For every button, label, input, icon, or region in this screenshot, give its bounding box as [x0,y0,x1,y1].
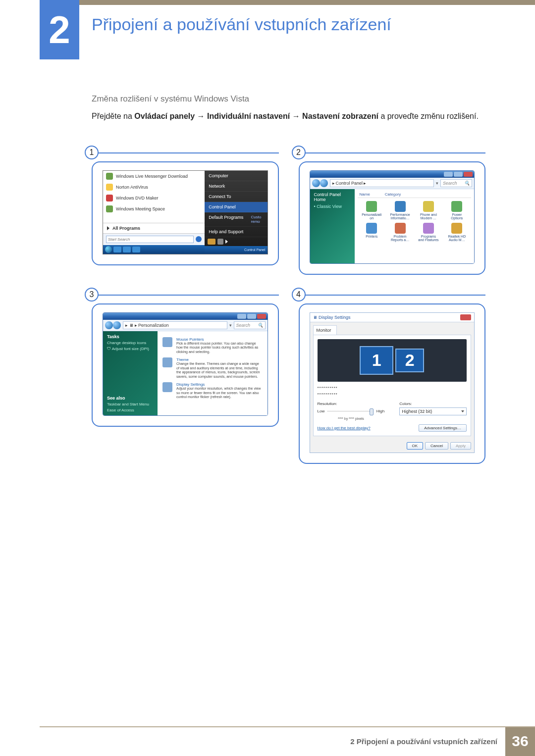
placeholder-row: ********** [318,385,467,391]
slider-thumb[interactable] [370,408,374,415]
monitor-2[interactable]: 2 [395,349,424,372]
footer-chapter-text: 2 Připojení a používání vstupních zaříze… [342,726,505,756]
personalization-entry[interactable]: Display SettingsAdjust your monitor reso… [162,382,263,400]
taskbar-button[interactable] [123,247,131,252]
back-button[interactable] [105,321,113,329]
start-right-item[interactable]: Network [205,181,267,192]
cancel-button[interactable]: Cancel [425,442,448,450]
col-category[interactable]: Category [385,192,401,197]
cp-icon [451,201,462,212]
search-box[interactable]: Search🔍 [234,321,266,329]
apply-button[interactable]: Apply [450,442,471,450]
control-panel-icon[interactable]: Problem Reports a… [387,223,413,242]
close-button[interactable] [460,314,471,320]
start-right-item[interactable]: Computer [205,171,267,181]
forward-button[interactable] [113,321,121,329]
power-icon[interactable] [208,239,215,245]
taskbar [103,245,205,254]
sidebar-home[interactable]: Control Panel Home [314,192,351,202]
start-item[interactable]: Windows DVD Maker [103,193,205,203]
control-panel-icon[interactable]: Realtek HD Audio M… [444,223,470,242]
sidebar-link[interactable]: Ease of Access [107,408,154,412]
path-control-panels: Ovládací panely [134,112,195,120]
help-link[interactable]: How do I get the best display? [318,426,371,430]
back-button[interactable] [312,179,320,187]
start-right-item[interactable]: Connect To [205,192,267,202]
start-item[interactable]: Windows Meeting Space [103,203,205,214]
colors-col: Colors: Highest (32 bit) [399,402,467,420]
label: Default Programs [209,215,243,224]
advanced-settings-button[interactable]: Advanced Settings… [419,424,467,432]
resolution-row: Resolution: Low High **** by **** pixels [318,402,467,420]
close-button[interactable] [464,172,473,177]
control-panel-sidebar: Control Panel Home • Classic View [310,189,355,263]
close-button[interactable] [257,314,266,319]
tasks-heading: Tasks [107,334,154,339]
resolution-col: Resolution: Low High **** by **** pixels [318,402,385,420]
taskbar-label: Control Panel [244,248,265,252]
search-box[interactable]: Search🔍 [440,179,472,187]
control-panel-icon[interactable]: Programs and Features [415,223,441,242]
dialog-titlebar: 🖥 Display Settings [310,313,475,322]
minimize-button[interactable] [237,314,246,319]
sidebar-link[interactable]: Change desktop icons [107,341,154,345]
forward-button[interactable] [320,179,328,187]
personalization-entry[interactable]: ThemeChange the theme. Themes can change… [162,357,263,379]
personalization-sidebar: Tasks Change desktop icons 🛡 Adjust font… [103,331,158,415]
control-panel-window: ▸ Control Panel ▸ ▾ Search🔍 Control Pane… [310,170,475,264]
taskbar-button[interactable] [132,247,140,252]
app-icon [106,184,113,191]
seealso-heading: See also [107,396,154,401]
all-programs[interactable]: All Programs [103,223,205,233]
start-right-item-control-panel[interactable]: Control Panel [205,202,267,212]
window-titlebar [310,171,475,178]
col-name[interactable]: Name [360,192,370,197]
resolution-slider[interactable]: Low High [318,408,385,415]
maximize-button[interactable] [247,314,256,319]
triangle-icon [107,226,109,230]
sidebar-classic-view[interactable]: • Classic View [314,204,351,209]
ok-button[interactable]: OK [407,442,424,450]
breadcrumb-text: Control Panel [336,181,363,186]
step-badge-2: 2 [292,146,306,159]
minimize-button[interactable] [444,172,453,177]
cp-icon [423,223,434,234]
control-panel-icon[interactable]: Performance Informatio… [387,201,413,220]
lock-icon[interactable] [217,239,223,245]
breadcrumb[interactable]: ▸ 🖥 ▸ Personalization [123,321,227,329]
breadcrumb[interactable]: ▸ Control Panel ▸ [330,179,434,187]
sidebar-link[interactable]: 🛡 Adjust font size (DPI) [107,347,154,351]
step-2: 2 ▸ Control Panel ▸ ▾ [299,152,486,275]
control-panel-icon[interactable]: Printers [359,223,385,242]
start-item[interactable]: Norton AntiVirus [103,182,205,193]
cp-icon-label: Power Options [451,213,463,220]
sidebar-link[interactable]: Taskbar and Start Menu [107,402,154,406]
taskbar-button[interactable] [113,247,121,252]
cp-icon-label: Programs and Features [418,235,438,242]
control-panel-icon[interactable]: Phone and Modem … [415,201,441,220]
start-search-input[interactable] [106,236,194,243]
maximize-button[interactable] [454,172,463,177]
tooltip-text: Custo remo [249,215,264,224]
chapter-number: 2 [49,10,70,49]
control-panel-body: Control Panel Home • Classic View Name C… [310,189,475,263]
start-right-item[interactable]: Default ProgramsCusto remo [205,212,267,227]
display-settings-dialog: 🖥 Display Settings Monitor 1 2 *********… [310,312,475,453]
label: Classic View [317,204,342,209]
search-icon[interactable] [196,236,202,242]
tab-monitor[interactable]: Monitor [313,325,337,335]
screenshot-frame-3: ▸ 🖥 ▸ Personalization ▾ Search🔍 Tasks Ch… [92,303,279,427]
control-panel-icon[interactable]: Power Options [444,201,470,220]
chevron-right-icon[interactable] [225,240,228,244]
personalization-entry[interactable]: Mouse PointersPick a different mouse poi… [162,337,263,354]
section-subtitle: Změna rozlišení v systému Windows Vista [92,94,485,104]
start-orb-icon[interactable] [105,246,112,253]
colors-select[interactable]: Highest (32 bit) [399,407,467,415]
monitor-1[interactable]: 1 [360,346,393,375]
start-item[interactable]: Windows Live Messenger Download [103,171,205,182]
nav-buttons [312,179,328,187]
nav-buttons [105,321,121,329]
start-right-item[interactable]: Help and Support [205,227,267,237]
colors-value: Highest (32 bit) [402,409,432,414]
control-panel-icon[interactable]: Personalizati on [359,201,385,220]
